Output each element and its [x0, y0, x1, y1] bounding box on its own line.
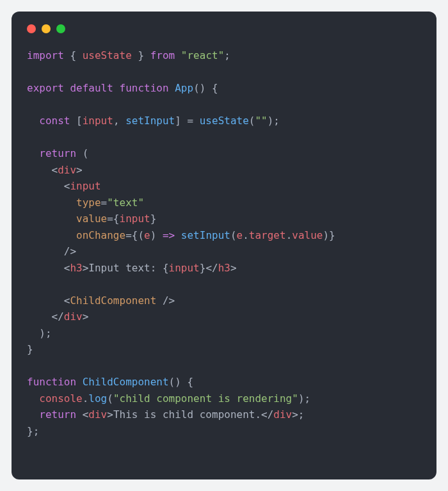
keyword-import: import	[27, 49, 64, 61]
jsx-tag-input: input	[70, 180, 100, 192]
keyword-default: default	[70, 82, 113, 94]
code-block: import { useState } from "react"; export…	[27, 47, 421, 439]
keyword-function: function	[120, 82, 169, 94]
jsx-tag-div: div	[58, 164, 76, 176]
ident-console: console	[39, 392, 82, 405]
jsx-tag-ChildComponent: ChildComponent	[70, 294, 156, 307]
code-editor-window: import { useState } from "react"; export…	[12, 12, 436, 479]
call-useState: useState	[200, 115, 249, 127]
keyword-return: return	[39, 147, 76, 159]
string-react: "react"	[181, 49, 224, 61]
ident-setInput: setInput	[125, 115, 175, 127]
call-log: log	[88, 392, 107, 405]
zoom-icon[interactable]	[56, 24, 65, 33]
ident-input: input	[83, 115, 113, 127]
fn-ChildComponent: ChildComponent	[83, 376, 169, 388]
close-icon[interactable]	[27, 24, 36, 33]
keyword-export: export	[27, 82, 64, 94]
fn-App: App	[175, 82, 193, 94]
keyword-return: return	[39, 408, 76, 421]
keyword-const: const	[39, 115, 70, 127]
screenshot-frame: import { useState } from "react"; export…	[0, 0, 448, 491]
jsx-attr-onChange: onChange	[76, 229, 125, 241]
call-setInput: setInput	[181, 229, 230, 241]
keyword-from: from	[150, 49, 175, 61]
window-traffic-lights	[27, 24, 421, 33]
string-log-msg: "child component is rendering"	[113, 392, 298, 405]
text-input-label: Input text:	[88, 262, 163, 274]
jsx-tag-h3: h3	[70, 262, 82, 274]
keyword-function: function	[27, 376, 76, 388]
jsx-attr-type: type	[76, 197, 101, 209]
jsx-attr-value: value	[76, 213, 107, 225]
text-child-msg: This is child component.	[113, 408, 261, 421]
ident-useState: useState	[83, 49, 132, 61]
minimize-icon[interactable]	[42, 24, 51, 33]
